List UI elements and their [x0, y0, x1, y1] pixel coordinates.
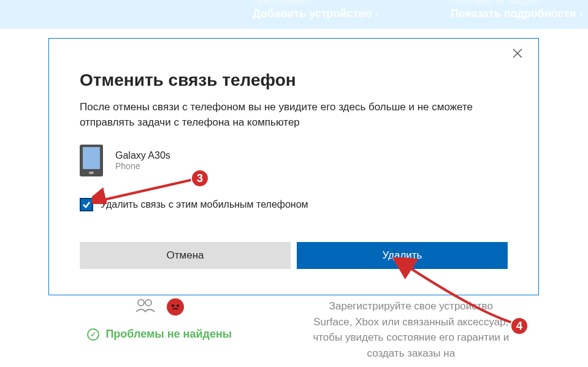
close-button[interactable]: [513, 48, 527, 63]
chevron-right-icon: ›: [579, 9, 582, 19]
checkbox-label: Удалить связь с этим мобильным телефоном: [101, 199, 308, 210]
show-details-link[interactable]: Показать подробности ›: [451, 7, 582, 20]
svg-point-2: [172, 305, 174, 307]
check-circle-icon: ✓: [87, 328, 99, 341]
unlink-phone-modal: Отменить связь телефон После отмены связ…: [48, 38, 539, 295]
svg-point-1: [145, 300, 151, 306]
add-device-text: Добавить устройство: [253, 7, 372, 20]
modal-description: После отмены связи с телефоном вы не уви…: [80, 100, 508, 130]
register-device-text: Зарегистрируйте свое устройство Surface,…: [310, 298, 512, 361]
device-row: Galaxy A30s Phone: [80, 145, 508, 176]
bot-threat-icon: [167, 298, 184, 316]
chevron-right-icon: ›: [375, 9, 378, 19]
delete-button[interactable]: Удалить: [297, 242, 508, 269]
unlink-checkbox[interactable]: [80, 198, 93, 211]
show-details-text: Показать подробности: [451, 7, 576, 20]
device-type: Phone: [115, 161, 170, 171]
annotation-badge-4: 4: [510, 317, 529, 335]
add-device-link[interactable]: Добавить устройство ›: [253, 7, 378, 20]
svg-point-0: [138, 300, 144, 306]
people-icon: [135, 298, 156, 316]
annotation-badge-3: 3: [191, 169, 209, 187]
top-banner: Присоединено Добавить устройство › Пробл…: [0, 0, 588, 29]
cancel-button[interactable]: Отмена: [80, 242, 291, 269]
modal-title: Отменить связь телефон: [80, 70, 508, 90]
connected-label: Присоединено: [253, 0, 378, 6]
svg-point-3: [177, 305, 179, 307]
no-problems-status: Проблемы не найдены: [105, 328, 232, 341]
device-name: Galaxy A30s: [115, 150, 170, 161]
phone-icon: [80, 145, 103, 176]
no-problems-header: Проблемы не найдены: [451, 0, 582, 6]
